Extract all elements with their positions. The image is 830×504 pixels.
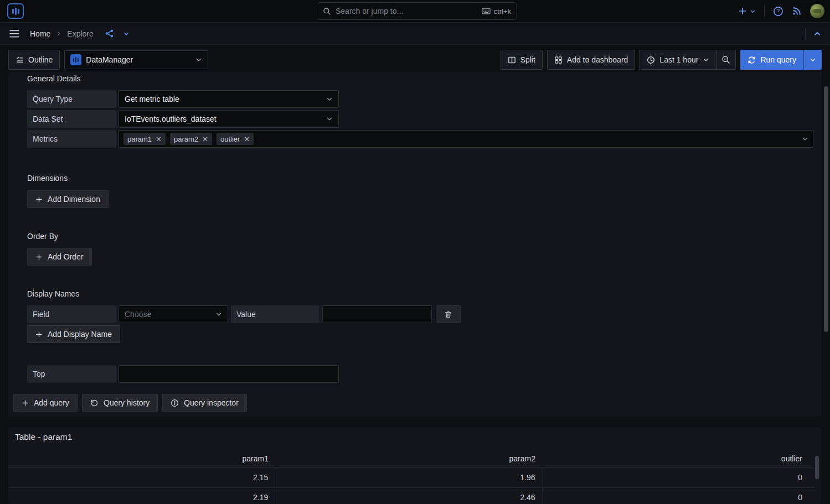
column-header-outlier[interactable]: outlier: [542, 451, 814, 467]
metric-chip: param1✕: [123, 133, 166, 145]
breadcrumb-home[interactable]: Home: [30, 29, 50, 38]
display-names-title: Display Names: [27, 289, 79, 298]
metric-chip: outlier✕: [216, 133, 254, 145]
metrics-multiselect[interactable]: param1✕ param2✕ outlier✕: [118, 130, 813, 148]
top-input-wrap: [118, 365, 339, 383]
top-nav-divider: [764, 6, 765, 17]
clock-icon: [647, 56, 655, 64]
sync-icon: [747, 56, 756, 64]
datasource-icon: [70, 54, 81, 65]
search-icon: [323, 7, 331, 15]
field-select[interactable]: Choose: [118, 305, 228, 323]
chevron-down-icon: [703, 56, 709, 63]
chevron-down-icon: [750, 8, 756, 14]
cell-param1: 2.19: [8, 488, 275, 504]
table-row: 2.15 1.96 0: [8, 468, 814, 488]
search-box[interactable]: ctrl+k: [317, 2, 517, 20]
cell-param2: 2.46: [275, 488, 542, 504]
add-to-dashboard-button[interactable]: Add to dashboard: [547, 50, 636, 70]
column-header-param2[interactable]: param2: [275, 451, 542, 467]
time-range-button[interactable]: Last 1 hour: [640, 50, 716, 69]
explore-toolbar: Outline DataManager Split Add: [8, 50, 822, 70]
time-picker-group: Last 1 hour: [640, 50, 736, 70]
split-button[interactable]: Split: [501, 50, 543, 70]
plus-icon: [22, 399, 29, 407]
search-input[interactable]: [336, 7, 477, 15]
collapse-chevron-up-icon[interactable]: [813, 30, 821, 38]
query-type-label: Query Type: [27, 90, 116, 108]
chevron-down-icon: [215, 311, 222, 318]
user-avatar[interactable]: [810, 4, 824, 18]
add-display-name-button[interactable]: Add Display Name: [27, 325, 120, 343]
add-query-button[interactable]: Add query: [13, 394, 78, 412]
breadcrumb-divider: [805, 28, 806, 39]
metric-chip: param2✕: [170, 133, 212, 145]
trash-icon: [444, 310, 452, 319]
new-menu-button[interactable]: [738, 7, 756, 15]
top-input[interactable]: [125, 370, 333, 378]
plus-icon: [35, 331, 43, 338]
query-type-select[interactable]: Get metric table: [118, 90, 339, 108]
zoom-out-icon: [721, 55, 730, 64]
toolbar-right-actions: Split Add to dashboard Last 1 hour: [501, 50, 822, 70]
grafana-explore-app: ctrl+k ?: [0, 0, 830, 504]
value-input[interactable]: [328, 310, 426, 319]
cell-param1: 2.15: [8, 468, 275, 487]
menu-hamburger-icon[interactable]: [9, 29, 20, 39]
keyboard-icon: [482, 8, 491, 14]
app-logo-icon[interactable]: [7, 3, 24, 19]
top-nav-bar: ctrl+k ?: [0, 0, 830, 23]
remove-chip-icon[interactable]: ✕: [244, 136, 250, 143]
table-scrollbar-thumb[interactable]: [815, 456, 819, 479]
share-icon[interactable]: [105, 29, 114, 38]
column-header-param1[interactable]: param1: [8, 451, 275, 467]
chevron-down-icon[interactable]: [123, 30, 130, 37]
add-order-button[interactable]: Add Order: [27, 248, 92, 266]
news-rss-icon[interactable]: [792, 6, 802, 16]
query-inspector-button[interactable]: Query inspector: [162, 394, 247, 412]
order-by-title: Order By: [27, 232, 58, 241]
top-label: Top: [27, 365, 116, 383]
outline-icon: [16, 56, 24, 64]
plus-icon: [35, 253, 43, 261]
table-header-row: param1 param2 outlier: [8, 451, 814, 467]
data-set-label: Data Set: [27, 110, 116, 128]
outline-button[interactable]: Outline: [8, 50, 60, 70]
remove-chip-icon[interactable]: ✕: [156, 136, 162, 143]
cell-outlier: 0: [543, 488, 814, 504]
run-query-options-button[interactable]: [803, 50, 822, 70]
query-editor-panel: General Details Query Type Get metric ta…: [8, 72, 822, 417]
chevron-right-icon: [56, 31, 61, 37]
add-dimension-button[interactable]: Add Dimension: [27, 190, 109, 208]
dimensions-title: Dimensions: [27, 174, 68, 183]
history-icon: [90, 399, 99, 407]
breadcrumb-bar: Home Explore: [0, 23, 830, 45]
metrics-label: Metrics: [27, 130, 116, 148]
chevron-down-icon: [326, 116, 333, 122]
run-query-split-button: Run query: [740, 50, 822, 70]
chevron-down-icon: [326, 96, 333, 102]
help-icon[interactable]: ?: [773, 6, 783, 17]
data-set-select[interactable]: IoTEvents.outliers_dataset: [118, 110, 339, 128]
datasource-picker[interactable]: DataManager: [64, 50, 208, 69]
table-panel: Table - param1 param1 param2 outlier 2.1…: [8, 427, 821, 504]
delete-display-name-button[interactable]: [436, 305, 461, 323]
table-row: 2.19 2.46 0: [8, 488, 814, 504]
cell-outlier: 0: [543, 468, 814, 487]
breadcrumb-right-actions: [805, 28, 821, 39]
zoom-out-time-button[interactable]: [716, 50, 735, 69]
top-nav-actions: ?: [738, 0, 824, 22]
chevron-down-icon: [195, 56, 202, 63]
plus-icon: [738, 7, 747, 15]
query-history-button[interactable]: Query history: [82, 394, 158, 412]
apps-grid-icon: [554, 56, 563, 64]
breadcrumb-explore[interactable]: Explore: [67, 29, 93, 38]
page-scrollbar-thumb[interactable]: [824, 86, 828, 332]
cell-param2: 1.96: [275, 468, 542, 487]
datasource-name: DataManager: [86, 55, 133, 64]
field-label: Field: [27, 305, 116, 323]
remove-chip-icon[interactable]: ✕: [202, 136, 208, 143]
split-icon: [508, 56, 516, 64]
table-panel-title: Table - param1: [15, 432, 72, 442]
run-query-button[interactable]: Run query: [740, 50, 803, 70]
